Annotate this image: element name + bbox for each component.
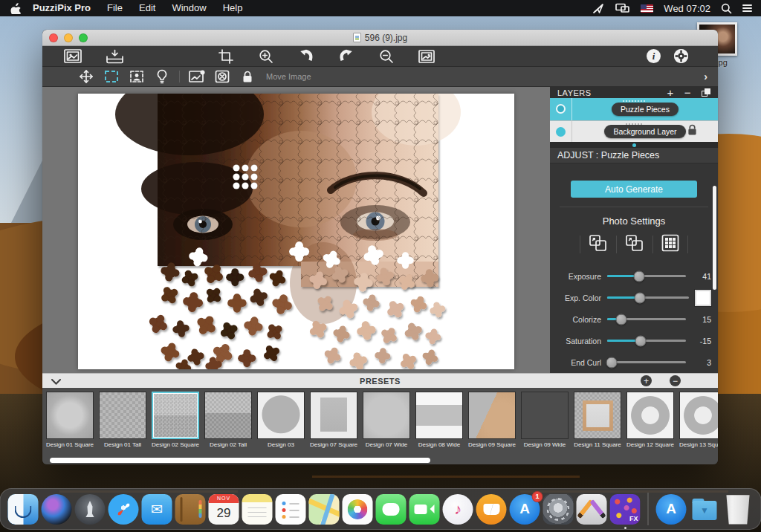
remove-layer-button[interactable]: −	[684, 87, 691, 98]
exp-color-slider[interactable]	[607, 296, 689, 299]
dock-puzzipix-pro-icon[interactable]: FX	[610, 494, 641, 525]
menu-window[interactable]: Window	[164, 0, 213, 16]
preset-tile[interactable]: Design 07 Wide	[360, 392, 412, 457]
layer-visibility-toggle[interactable]	[556, 104, 566, 114]
end-curl-slider[interactable]	[607, 361, 686, 363]
portrait-select-tool-button[interactable]	[124, 68, 149, 85]
preset-tile[interactable]: Design 09 Square	[466, 392, 518, 457]
spotlight-search-icon[interactable]	[721, 3, 732, 14]
layer-drag-handle[interactable]	[623, 100, 645, 102]
layout-style-1-button[interactable]	[589, 234, 608, 255]
menu-clock[interactable]: Wed 07:02	[664, 3, 710, 14]
zoom-in-button[interactable]	[253, 48, 279, 65]
dock-facetime-icon[interactable]	[409, 494, 440, 525]
dock-finder-icon[interactable]	[8, 494, 39, 525]
auto-generate-button[interactable]: Auto Generate	[571, 181, 697, 198]
marquee-select-tool-button[interactable]	[99, 68, 124, 85]
zoom-window-button[interactable]	[79, 33, 88, 42]
window-titlebar[interactable]: 596 (9).jpg	[42, 30, 718, 46]
redo-button[interactable]	[334, 48, 359, 65]
delete-selection-button[interactable]	[210, 68, 235, 85]
preset-tile[interactable]: Design 08 Wide	[413, 392, 465, 457]
layer-name-pill[interactable]: Background Layer	[604, 125, 685, 138]
move-tool-button[interactable]	[74, 68, 99, 85]
dock-safari-icon[interactable]	[109, 494, 139, 525]
dock-siri-icon[interactable]	[42, 494, 72, 525]
layer-row-background[interactable]: Background Layer	[550, 120, 718, 142]
duplicate-layer-icon[interactable]	[702, 88, 710, 97]
preset-tile[interactable]: Design 13 Square	[677, 392, 718, 457]
preset-tile[interactable]: Design 01 Square	[44, 392, 96, 457]
dock-calendar-icon[interactable]: NOV 29	[209, 494, 239, 525]
add-layer-button[interactable]: +	[667, 87, 673, 98]
dock-itunes-icon[interactable]: ♪	[443, 494, 473, 525]
info-button[interactable]: i	[647, 49, 661, 63]
presets-scrollbar-thumb[interactable]	[50, 458, 430, 463]
colorize-slider[interactable]	[607, 318, 686, 320]
dock-contacts-icon[interactable]	[175, 494, 206, 525]
layout-style-2-button[interactable]	[625, 234, 644, 255]
displays-icon[interactable]	[615, 3, 630, 13]
dock-system-preferences-icon[interactable]	[543, 494, 574, 525]
preset-tile[interactable]: Design 07 Square	[308, 392, 360, 457]
input-language-flag-icon[interactable]	[641, 4, 653, 13]
remove-preset-button[interactable]: −	[670, 375, 681, 386]
dock-books-icon[interactable]	[476, 494, 507, 525]
dock-messages-icon[interactable]	[376, 494, 407, 525]
menu-edit[interactable]: Edit	[132, 0, 163, 16]
notification-center-icon[interactable]	[742, 4, 752, 12]
panel-scrollbar[interactable]	[713, 186, 716, 290]
right-panel: LAYERS + − Puzzle Pieces Background Laye…	[550, 87, 718, 373]
layer-drag-handle[interactable]	[626, 123, 642, 125]
collapse-options-chevron-icon[interactable]: ›	[704, 71, 707, 82]
open-image-button[interactable]	[60, 48, 85, 65]
preset-tile[interactable]: Design 12 Square	[624, 392, 676, 457]
preset-tile-selected[interactable]: Design 02 Square	[149, 392, 201, 457]
share-cursor-icon[interactable]	[592, 3, 605, 14]
preset-tile[interactable]: Design 02 Tall	[202, 392, 254, 457]
dock-design-app-icon[interactable]	[577, 494, 607, 525]
preview-image-button[interactable]	[414, 48, 439, 65]
menu-app-name[interactable]: PuzziPix Pro	[25, 0, 98, 16]
minimize-window-button[interactable]	[64, 33, 73, 42]
lock-icon[interactable]	[235, 68, 260, 85]
zoom-out-button[interactable]	[374, 48, 399, 65]
menu-file[interactable]: File	[100, 0, 130, 16]
crop-tool-button[interactable]	[213, 48, 239, 65]
collapse-presets-chevron-icon[interactable]	[51, 374, 61, 388]
preset-tile[interactable]: Design 09 Wide	[519, 392, 571, 457]
dock-maps-icon[interactable]	[309, 494, 340, 525]
light-tool-button[interactable]	[149, 68, 175, 85]
dock-reminders-icon[interactable]	[276, 494, 306, 525]
close-window-button[interactable]	[49, 33, 58, 42]
dock-app-store-icon[interactable]: A 1	[510, 494, 540, 525]
layer-visibility-toggle[interactable]	[556, 127, 566, 137]
dock-notes-icon[interactable]	[242, 494, 273, 525]
menu-help[interactable]: Help	[216, 0, 250, 16]
dock-photos-icon[interactable]	[343, 494, 373, 525]
layer-lock-icon[interactable]	[687, 124, 697, 139]
settings-gear-button[interactable]	[674, 49, 688, 63]
preset-tile[interactable]: Design 03	[255, 392, 307, 457]
undo-button[interactable]	[294, 48, 319, 65]
apple-menu-icon[interactable]	[10, 2, 21, 14]
image-layer-button[interactable]	[184, 68, 210, 85]
presets-scrollbar-track[interactable]	[42, 457, 718, 464]
exp-color-swatch[interactable]	[695, 290, 711, 306]
add-preset-button[interactable]: +	[641, 375, 652, 386]
dock-applications-icon[interactable]: A	[656, 494, 687, 525]
layer-row-puzzle-pieces[interactable]: Puzzle Pieces	[550, 98, 718, 120]
canvas-area[interactable]	[42, 87, 550, 373]
dock-downloads-folder-icon[interactable]: ▼	[690, 494, 720, 525]
layer-name-pill[interactable]: Puzzle Pieces	[612, 103, 679, 116]
grid-layout-button[interactable]	[661, 234, 679, 255]
dock-trash-icon[interactable]	[723, 494, 754, 525]
document-page[interactable]	[78, 94, 514, 369]
export-save-button[interactable]	[102, 48, 127, 65]
preset-tile[interactable]: Design 11 Square	[571, 392, 624, 457]
preset-tile[interactable]: Design 01 Tall	[97, 392, 149, 457]
saturation-slider[interactable]	[607, 340, 686, 342]
dock-mail-icon[interactable]: ✉	[142, 494, 172, 525]
exposure-slider[interactable]	[607, 275, 686, 277]
dock-launchpad-icon[interactable]	[75, 494, 106, 525]
